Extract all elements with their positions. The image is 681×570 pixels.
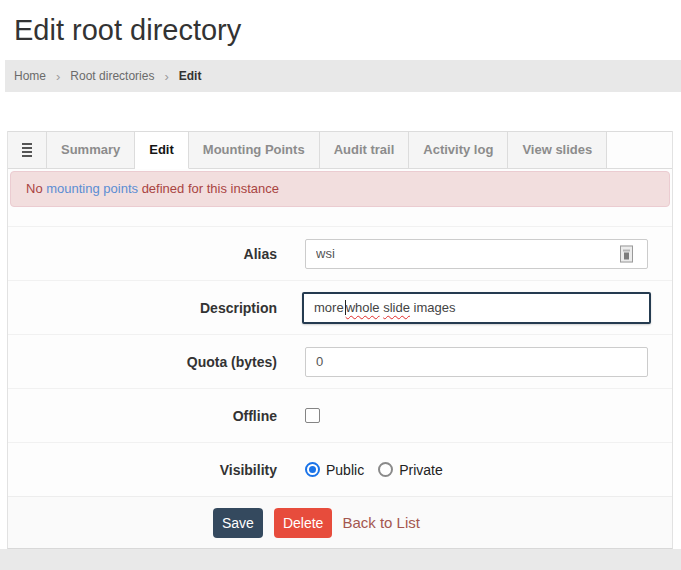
spacer: [0, 92, 681, 131]
offline-label: Offline: [8, 408, 277, 424]
delete-button[interactable]: Delete: [274, 508, 332, 538]
tab-bar-filler: [607, 132, 672, 169]
quota-row: Quota (bytes): [8, 334, 672, 388]
visibility-radio-private[interactable]: [378, 462, 393, 477]
description-control: morewhole slide images: [305, 292, 651, 324]
form-actions: Save Delete Back to List: [8, 496, 672, 548]
quota-label: Quota (bytes): [8, 354, 277, 370]
visibility-label: Visibility: [8, 462, 277, 478]
mounting-points-link[interactable]: mounting points: [46, 181, 138, 196]
alias-input[interactable]: [305, 239, 648, 269]
visibility-control: Public Private: [305, 462, 457, 478]
description-input[interactable]: morewhole slide images: [302, 292, 651, 324]
description-label: Description: [8, 300, 277, 316]
alias-control: [305, 239, 648, 269]
description-row: Description morewhole slide images: [8, 280, 672, 334]
hamburger-icon: [22, 143, 32, 157]
visibility-public-label[interactable]: Public: [326, 462, 364, 478]
tab-summary[interactable]: Summary: [47, 132, 135, 169]
alert-text-before: No: [26, 181, 46, 196]
visibility-options: Public Private: [305, 462, 457, 478]
offline-row: Offline: [8, 388, 672, 442]
tab-menu-button[interactable]: [8, 132, 47, 169]
breadcrumb-current: Edit: [179, 69, 202, 83]
quota-control: [305, 347, 648, 377]
breadcrumb: Home › Root directories › Edit: [5, 60, 681, 92]
offline-checkbox[interactable]: [305, 408, 320, 423]
tab-activity-log[interactable]: Activity log: [409, 132, 508, 169]
alert-text-after: defined for this instance: [138, 181, 279, 196]
page-background-strip: [0, 549, 681, 570]
tab-edit[interactable]: Edit: [135, 132, 189, 169]
breadcrumb-separator-icon: ›: [56, 69, 60, 84]
no-mounting-points-alert: No mounting points defined for this inst…: [10, 171, 670, 207]
edit-panel: Summary Edit Mounting Points Audit trail…: [7, 131, 673, 549]
visibility-radio-public[interactable]: [305, 462, 320, 477]
offline-control: [305, 408, 320, 423]
breadcrumb-home[interactable]: Home: [14, 69, 46, 83]
visibility-private-label[interactable]: Private: [399, 462, 443, 478]
quota-input[interactable]: [305, 347, 648, 377]
breadcrumb-root-directories[interactable]: Root directories: [70, 69, 154, 83]
breadcrumb-separator-icon: ›: [164, 69, 168, 84]
description-text: images: [410, 300, 456, 315]
autofill-extension-icon[interactable]: [620, 245, 633, 262]
visibility-row: Visibility Public Private: [8, 442, 672, 496]
save-button[interactable]: Save: [213, 508, 263, 538]
spacer: [8, 207, 672, 226]
page-title: Edit root directory: [0, 0, 681, 48]
misspelled-word: whole: [346, 300, 380, 315]
description-text: more: [314, 300, 344, 315]
tab-audit-trail[interactable]: Audit trail: [320, 132, 410, 169]
tab-mounting-points[interactable]: Mounting Points: [189, 132, 320, 169]
tab-bar: Summary Edit Mounting Points Audit trail…: [8, 131, 672, 169]
misspelled-word: slide: [383, 300, 410, 315]
alias-label: Alias: [8, 246, 277, 262]
tab-view-slides[interactable]: View slides: [508, 132, 607, 169]
alias-row: Alias: [8, 226, 672, 280]
edit-form: Alias Description morewhole slide images…: [8, 207, 672, 496]
back-to-list-link[interactable]: Back to List: [342, 514, 420, 531]
